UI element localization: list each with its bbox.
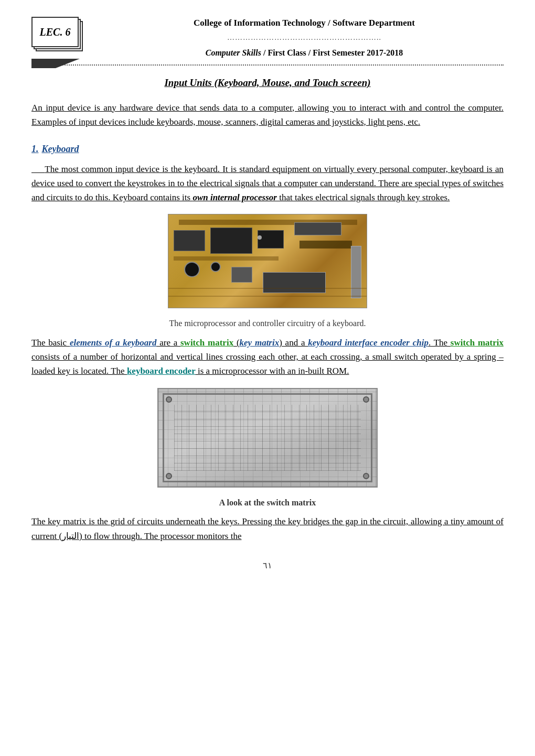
para3-after: ) to flow through. The processor monitor… — [79, 531, 241, 541]
para2-link4[interactable]: keyboard interface encoder chip — [308, 338, 429, 348]
header-info: College of Information Technology / Soft… — [105, 16, 504, 59]
pcb-chip2 — [210, 228, 252, 254]
figure1-caption: The microprocessor and controller circui… — [31, 317, 504, 330]
keyboard-circuit-image — [168, 214, 367, 308]
figure2-container: A look at the switch matrix — [31, 388, 504, 510]
pcb-chip3 — [258, 230, 284, 249]
section1-title: 1.Keyboard — [31, 142, 504, 157]
pcb-cap2 — [210, 262, 221, 272]
para2-mid3: ) and a — [279, 338, 308, 348]
section1-paragraph2: The basic elements of a keyboard are a s… — [31, 336, 504, 379]
screw-br — [363, 473, 369, 479]
para1-italic: own internal processor — [192, 192, 277, 202]
pcb-chip4 — [294, 222, 341, 235]
section1-title-text: Keyboard — [42, 144, 79, 154]
para2-link6[interactable]: keyboard encoder — [127, 366, 196, 376]
lec-box: LEC. 6 — [31, 17, 89, 59]
para3-arabic: التيار — [62, 531, 79, 541]
screw-bl — [166, 473, 172, 479]
lec-box-arrow — [31, 59, 80, 68]
lec-label: LEC. 6 — [40, 24, 71, 40]
para2-mid1: are a — [156, 338, 180, 348]
page-header: LEC. 6 College of Information Technology… — [31, 16, 504, 66]
screw-tl — [166, 396, 172, 403]
section1-number: 1. — [31, 144, 39, 154]
pcb-hline2 — [168, 296, 367, 297]
pcb-connector — [263, 272, 326, 293]
figure2-caption: A look at the switch matrix — [31, 496, 504, 510]
lec-box-main: LEC. 6 — [31, 17, 79, 47]
pcb-line2 — [299, 241, 352, 249]
switch-matrix-image — [157, 388, 378, 488]
pcb-hline1 — [168, 288, 367, 289]
pcb-chip5 — [231, 267, 252, 283]
para2-link3[interactable]: key matrix — [240, 338, 280, 348]
header-subtitle-normal: / First Class / First Semester 2017-2018 — [261, 48, 403, 57]
pcb-cap1 — [184, 262, 200, 277]
page-content: Input Units (Keyboard, Mouse, and Touch … — [31, 75, 504, 543]
header-dots: ………………………………………………….. — [105, 32, 504, 44]
pcb-edge — [351, 246, 361, 298]
para2-mid2: ( — [233, 338, 239, 348]
pcb-line3 — [174, 256, 279, 261]
para2-link1[interactable]: elements of a keyboard — [70, 338, 157, 348]
figure1-container: The microprocessor and controller circui… — [31, 214, 504, 330]
para2-link5[interactable]: switch matrix — [451, 338, 504, 348]
para2-link2[interactable]: switch matrix — [180, 338, 233, 348]
header-subtitle: Computer Skills / First Class / First Se… — [105, 46, 504, 60]
section1-paragraph1: The most common input device is the keyb… — [31, 162, 504, 205]
matrix-grid — [174, 405, 361, 471]
header-title: College of Information Technology / Soft… — [105, 16, 504, 30]
para2-before: The basic — [31, 338, 70, 348]
pcb-chip1 — [174, 230, 205, 251]
section1-paragraph3: The key matrix is the grid of circuits u… — [31, 514, 504, 543]
header-subtitle-italic: Computer Skills — [206, 48, 261, 57]
para2-after2: is a microprocessor with an in-built ROM… — [196, 366, 349, 376]
intro-paragraph: An input device is any hardware device t… — [31, 101, 504, 129]
screw-tr — [363, 396, 369, 403]
main-title: Input Units (Keyboard, Mouse, and Touch … — [31, 75, 504, 91]
page-number: ٦١ — [31, 559, 504, 573]
para1-after: that takes electrical signals through ke… — [277, 192, 450, 202]
para2-mid4: . The — [429, 338, 451, 348]
